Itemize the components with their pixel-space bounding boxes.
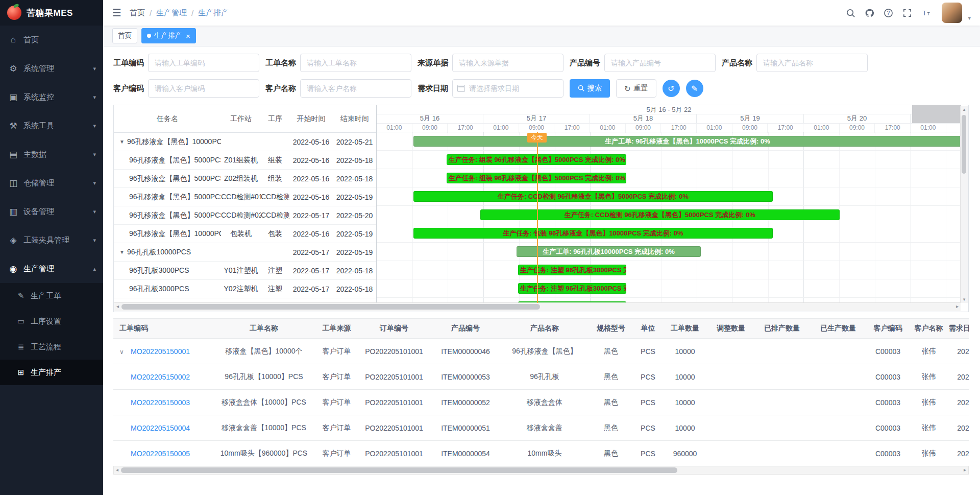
filter-input-product-name[interactable]	[756, 54, 868, 72]
timeline-hour: 01:00	[804, 124, 840, 133]
sidebar-item-equipment[interactable]: ▥设备管理▾	[0, 197, 103, 226]
breadcrumb-item[interactable]: 生产管理	[156, 8, 187, 18]
scroll-up-icon[interactable]: ▴	[961, 107, 968, 112]
order-code-link[interactable]: MO202205150004	[131, 424, 190, 432]
gantt-hscroll-thumb[interactable]	[121, 304, 540, 310]
gantt-task-row[interactable]: 96孔孔板3000PCSY01注塑机注塑2022-05-172022-05-18	[114, 262, 376, 280]
gantt-cell: 2022-05-21	[333, 138, 376, 146]
refresh-button[interactable]: ↺	[663, 80, 680, 97]
gantt-bar-task[interactable]: 生产任务: 注塑 96孔孔板3000PCS 完成比例: 0%	[518, 283, 626, 294]
gantt-task-row[interactable]: ▼96孔移液盒【黑色】10000PCS2022-05-162022-05-21	[114, 133, 376, 151]
gantt-bar-task[interactable]: 生产任务: CCD检测 96孔移液盒【黑色】5000PCS 完成比例: 0%	[413, 191, 773, 202]
order-cell: PCS	[634, 398, 662, 407]
gantt-task-row[interactable]: 96孔移液盒【黑色】5000PCSCCD检测#01CCD检测2022-05-16…	[114, 188, 376, 206]
gantt-cell: 2022-05-16	[289, 193, 333, 201]
scroll-right-icon[interactable]: ▸	[964, 467, 966, 473]
gantt-chart-row: 生产工单: 96孔移液盒【黑色】10000PCS 完成比例: 0%	[377, 132, 961, 151]
gantt-task-row[interactable]: ▼96孔孔板10000PCS2022-05-172022-05-19	[114, 243, 376, 262]
filter-input-customer-code[interactable]	[148, 79, 259, 98]
order-row: MO20220515000296孔孔板【10000】PCS客户订单PO20220…	[113, 364, 969, 390]
filter-input-product-code[interactable]	[604, 54, 716, 72]
sidebar-item-system-admin[interactable]: ⚙系统管理▾	[0, 54, 103, 83]
task-name-text: 96孔孔板3000PCS	[129, 266, 189, 275]
sidebar: 苦糖果MES ⌂首页⚙系统管理▾▣系统监控▾⚒系统工具▾▤主数据▾◫仓储管理▾▥…	[0, 0, 103, 495]
sidebar-item-fixtures[interactable]: ◈工装夹具管理▾	[0, 226, 103, 254]
orders-hscroll-thumb[interactable]	[121, 467, 677, 473]
gantt-bar-order[interactable]: 生产工单: 96孔移液盒【黑色】10000PCS 完成比例: 0%	[413, 136, 961, 147]
order-code-link[interactable]: MO202205150005	[131, 450, 190, 458]
gantt-bar-task[interactable]: 生产任务: CCD检测 96孔移液盒【黑色】5000PCS 完成比例: 0%	[480, 209, 840, 220]
reset-button[interactable]: ↻ 重置	[616, 79, 656, 98]
filter-input-work-order-code[interactable]	[148, 54, 259, 72]
github-icon[interactable]	[864, 8, 874, 18]
scroll-left-icon[interactable]: ◂	[116, 467, 118, 473]
timeline-hour: 01:00	[697, 124, 732, 133]
order-code-link[interactable]: MO202205150002	[131, 373, 190, 381]
gantt-task-row[interactable]: 96孔孔板3000PCSY02注塑机注塑2022-05-172022-05-18	[114, 280, 376, 298]
gantt-task-row[interactable]: 96孔移液盒【黑色】5000PCSZ02组装机组装2022-05-162022-…	[114, 170, 376, 188]
order-cell: 张伟	[910, 372, 948, 382]
scroll-left-icon[interactable]: ◂	[116, 303, 119, 309]
sidebar-subitem-process-setting[interactable]: ▭工序设置	[0, 309, 103, 334]
tab-生产排产[interactable]: 生产排产×	[141, 28, 196, 43]
user-avatar[interactable]	[942, 3, 962, 23]
filter-label: 产品名称	[722, 58, 752, 68]
gantt-column-header: 工序	[261, 114, 289, 124]
gantt-bar-task[interactable]: 生产任务: 组装 96孔移液盒【黑色】5000PCS 完成比例: 0%	[447, 173, 626, 183]
production-icon: ◉	[7, 264, 19, 274]
order-code-link[interactable]: MO202205150003	[131, 398, 190, 407]
orders-column-header: 产品名称	[501, 324, 588, 333]
sidebar-toggle-icon[interactable]: ☰	[112, 7, 121, 19]
filter-input-work-order-name[interactable]	[300, 54, 411, 72]
gantt-table-header: 任务名工作站工序开始时间结束时间	[114, 105, 376, 133]
tab-首页[interactable]: 首页	[112, 28, 137, 43]
timeline-hour: 09:00	[519, 124, 555, 133]
gantt-task-row[interactable]: 96孔移液盒【黑色】5000PCSCCD检测#02CCD检测2022-05-17…	[114, 206, 376, 225]
gantt-task-row[interactable]: 96孔移液盒【黑色】10000PCS包装机包装2022-05-162022-05…	[114, 225, 376, 243]
sidebar-subitem-work-order[interactable]: ✎生产工单	[0, 283, 103, 309]
sidebar-item-production[interactable]: ◉生产管理▴	[0, 254, 103, 283]
filter-label: 客户编码	[113, 84, 144, 93]
user-menu-caret-icon[interactable]: ▾	[968, 15, 971, 23]
orders-horizontal-scrollbar[interactable]: ◂ ▸	[113, 466, 969, 475]
fullscreen-icon[interactable]	[902, 8, 912, 18]
sidebar-subitem-scheduling[interactable]: ⊞生产排产	[0, 360, 103, 385]
help-icon[interactable]: ?	[883, 8, 893, 18]
gantt-bar-task[interactable]: 生产任务: 包装 96孔移液盒【黑色】10000PCS 完成比例: 0%	[413, 228, 773, 239]
expand-triangle-icon[interactable]: ▼	[119, 139, 125, 145]
tab-close-icon[interactable]: ×	[186, 32, 190, 40]
sidebar-item-home[interactable]: ⌂首页	[0, 26, 103, 54]
row-expand-icon[interactable]: ∨	[119, 348, 131, 356]
filter-input-demand-date[interactable]	[452, 79, 564, 98]
sidebar-item-system-monitor[interactable]: ▣系统监控▾	[0, 83, 103, 111]
order-code-link[interactable]: MO202205150001	[131, 347, 190, 356]
gantt-bar-order[interactable]: 生产工单: 96孔孔板10000PCS 完成比例: 0%	[517, 246, 701, 257]
gantt-vscroll-thumb[interactable]	[962, 115, 966, 174]
expand-triangle-icon[interactable]: ▼	[119, 249, 125, 255]
chevron-down-icon: ▾	[93, 65, 96, 72]
gantt-bar-task[interactable]: 生产任务: 注塑 96孔孔板3000PCS 完成比例: 0%	[518, 265, 626, 275]
sidebar-item-master-data[interactable]: ▤主数据▾	[0, 140, 103, 169]
sidebar-item-system-tools[interactable]: ⚒系统工具▾	[0, 111, 103, 140]
scroll-down-icon[interactable]: ▾	[961, 297, 968, 302]
app-title: 苦糖果MES	[27, 7, 73, 19]
tab-label: 首页	[118, 31, 132, 40]
app-logo-row[interactable]: 苦糖果MES	[0, 0, 103, 26]
scroll-right-icon[interactable]: ▸	[956, 303, 959, 309]
breadcrumb-item[interactable]: 首页	[130, 8, 145, 18]
font-size-icon[interactable]: TT	[921, 8, 931, 18]
gantt-cell: Y02注塑机	[221, 285, 261, 294]
sidebar-subitem-process-flow[interactable]: ≣工艺流程	[0, 334, 103, 360]
sidebar-item-warehouse[interactable]: ◫仓储管理▾	[0, 169, 103, 197]
filter-input-customer-name[interactable]	[300, 79, 411, 98]
orders-column-header: 订单编号	[358, 324, 430, 333]
gantt-vertical-scrollbar[interactable]: ▴ ▾	[960, 106, 968, 303]
search-button[interactable]: 搜索	[570, 79, 610, 98]
gantt-task-row[interactable]: 96孔移液盒【黑色】5000PCSZ01组装机组装2022-05-162022-…	[114, 151, 376, 170]
gantt-bar-task[interactable]: 生产任务: 组装 96孔移液盒【黑色】5000PCS 完成比例: 0%	[447, 154, 626, 165]
search-icon[interactable]	[845, 8, 855, 18]
filter-input-source-doc[interactable]	[452, 54, 564, 72]
gantt-horizontal-scrollbar[interactable]: ◂ ▸	[114, 302, 961, 311]
gantt-cell: 2022-05-18	[333, 175, 376, 183]
edit-button[interactable]: ✎	[686, 80, 703, 97]
